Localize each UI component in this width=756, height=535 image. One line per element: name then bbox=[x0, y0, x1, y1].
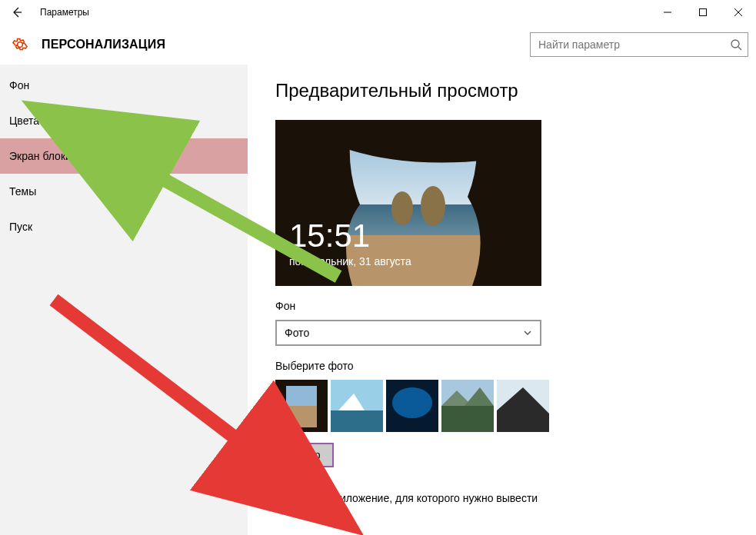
browse-label: Обзор bbox=[289, 449, 320, 461]
preview-heading: Предварительный просмотр bbox=[275, 80, 756, 101]
close-icon bbox=[734, 8, 742, 16]
thumbnail-3[interactable] bbox=[386, 380, 438, 432]
minimize-icon bbox=[664, 8, 671, 16]
background-dropdown[interactable]: Фото bbox=[275, 320, 541, 346]
back-button[interactable] bbox=[0, 0, 34, 25]
svg-rect-1 bbox=[700, 9, 707, 16]
search-wrap bbox=[530, 32, 748, 57]
sidebar-item-label: Цвета bbox=[9, 115, 39, 127]
arrow-left-icon bbox=[11, 6, 23, 18]
category-title: ПЕРСОНАЛИЗАЦИЯ bbox=[42, 38, 165, 52]
header: ПЕРСОНАЛИЗАЦИЯ bbox=[0, 25, 756, 65]
search-input[interactable] bbox=[530, 32, 748, 57]
thumbnail-2[interactable] bbox=[331, 380, 383, 432]
sidebar-item-colors[interactable]: Цвета bbox=[0, 103, 248, 138]
maximize-button[interactable] bbox=[685, 0, 721, 25]
svg-point-10 bbox=[421, 186, 445, 226]
sidebar-item-lockscreen[interactable]: Экран блокировки bbox=[0, 138, 248, 174]
svg-rect-13 bbox=[286, 406, 317, 427]
thumbnail-5[interactable] bbox=[497, 380, 549, 432]
chevron-down-icon bbox=[523, 328, 532, 337]
minimize-button[interactable] bbox=[650, 0, 685, 25]
thumbnail-4[interactable] bbox=[441, 380, 494, 432]
svg-rect-15 bbox=[331, 410, 383, 432]
sidebar-item-label: Экран блокировки bbox=[9, 150, 100, 162]
body: Фон Цвета Экран блокировки Темы Пуск Пре… bbox=[0, 65, 756, 535]
preview-time: 15:51 bbox=[289, 220, 411, 252]
sidebar-item-background[interactable]: Фон bbox=[0, 68, 248, 103]
svg-rect-12 bbox=[286, 386, 317, 409]
sidebar-item-label: Темы bbox=[9, 185, 36, 198]
choose-photo-label: Выберите фото bbox=[275, 360, 756, 372]
choose-app-text: Выберите приложение, для которого нужно … bbox=[275, 492, 756, 504]
main-content: Предварительный просмотр 15:51 понедельн… bbox=[248, 65, 756, 535]
svg-rect-20 bbox=[441, 406, 494, 432]
sidebar: Фон Цвета Экран блокировки Темы Пуск bbox=[0, 65, 248, 535]
dropdown-value: Фото bbox=[285, 327, 309, 339]
preview-date: понедельник, 31 августа bbox=[289, 255, 411, 268]
search-icon bbox=[730, 38, 742, 51]
preview-overlay: 15:51 понедельник, 31 августа bbox=[289, 220, 411, 268]
browse-button[interactable]: Обзор bbox=[275, 443, 334, 467]
thumbnail-1[interactable] bbox=[275, 380, 328, 432]
window-title: Параметры bbox=[34, 7, 89, 18]
lockscreen-preview: 15:51 понедельник, 31 августа bbox=[275, 120, 541, 286]
maximize-icon bbox=[699, 8, 707, 16]
sidebar-item-start[interactable]: Пуск bbox=[0, 209, 248, 244]
svg-line-5 bbox=[738, 47, 741, 50]
photo-thumbnails bbox=[275, 380, 756, 432]
sidebar-item-label: Фон bbox=[9, 79, 29, 91]
titlebar: Параметры bbox=[0, 0, 756, 25]
svg-point-4 bbox=[731, 40, 739, 48]
sidebar-item-label: Пуск bbox=[9, 221, 32, 233]
svg-point-18 bbox=[392, 387, 432, 418]
sidebar-item-themes[interactable]: Темы bbox=[0, 174, 248, 209]
close-button[interactable] bbox=[721, 0, 756, 25]
background-label: Фон bbox=[275, 300, 756, 312]
settings-gear-icon bbox=[12, 37, 28, 52]
